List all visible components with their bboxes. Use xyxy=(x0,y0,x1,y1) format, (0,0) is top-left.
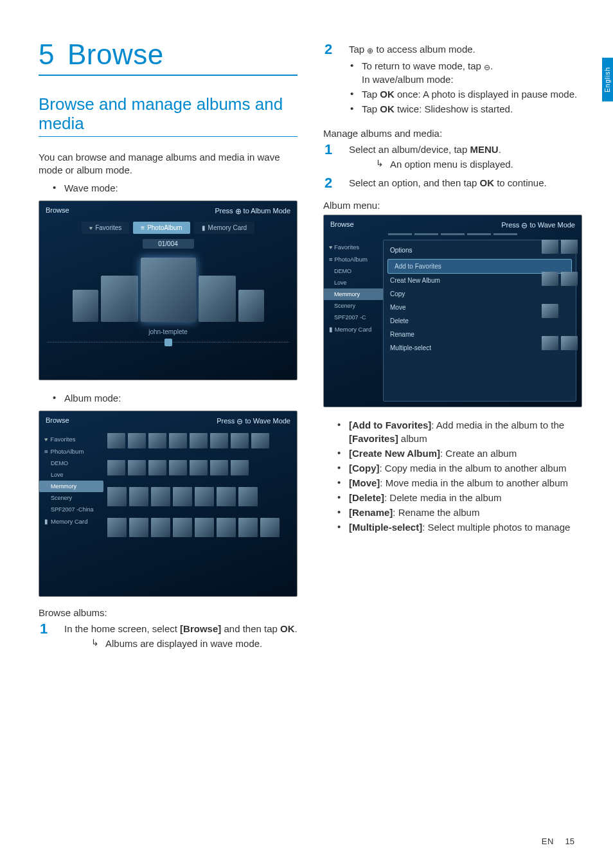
left-column: 5Browse Browse and manage albums and med… xyxy=(39,39,298,657)
right-column: 2 Tap ⊕ to access album mode. To return … xyxy=(323,39,582,657)
def-delete: [Delete]: Delete media in the album xyxy=(349,490,582,505)
tab-photoalbum: ≡PhotoAlbum xyxy=(133,222,190,234)
ss-title: Browse xyxy=(46,206,69,215)
thumbnail-grid xyxy=(103,429,297,596)
heart-icon: ♥ xyxy=(44,436,48,443)
step-1: 1 In the home screen, select [Browse] an… xyxy=(39,622,298,650)
card-icon: ▮ xyxy=(329,326,333,333)
card-icon: ▮ xyxy=(202,224,206,231)
section-title: Browse and manage albums and media xyxy=(39,95,298,137)
sidebar-memmory: Memmory xyxy=(39,481,103,492)
list-icon: ≡ xyxy=(329,256,333,263)
album-menu-head: Album menu: xyxy=(323,200,582,211)
sidebar-love: Love xyxy=(39,469,103,481)
right-thumbs xyxy=(542,240,578,350)
album-sidebar: ♥Favorites ≡PhotoAlbum DEMO Love Memmory… xyxy=(39,429,103,596)
thumb-focused xyxy=(141,258,196,322)
def-multiselect: [Multiple-select]: Select multiple photo… xyxy=(349,520,582,535)
photo-caption: john-templete xyxy=(39,328,297,335)
ss-title: Browse xyxy=(46,416,69,425)
manage-head: Manage albums and media: xyxy=(323,128,582,139)
sidebar-spf: SPF2007 -China xyxy=(39,504,103,515)
ss-hint: Press ⊖ to Wave Mode xyxy=(501,220,575,229)
def-copy: [Copy]: Copy media in the album to anoth… xyxy=(349,461,582,475)
ss-hint: Press ⊖ to Wave Mode xyxy=(217,416,290,425)
sidebar-favorites: ♥ Favorites xyxy=(324,241,383,253)
ss-title: Browse xyxy=(330,220,354,229)
step-1-result: Albums are displayed in wave mode. xyxy=(64,637,298,650)
def-move: [Move]: Move media in the album to anoth… xyxy=(349,475,582,490)
album-menu-screenshot: Browse Press ⊖ to Wave Mode ♥ Favorites … xyxy=(323,215,582,407)
chapter-name: Browse xyxy=(67,39,164,70)
language-tab: English xyxy=(602,58,613,102)
step-number: 1 xyxy=(40,619,48,639)
thumb xyxy=(73,290,98,322)
sidebar-love: Love xyxy=(324,277,383,288)
filmstrip xyxy=(39,258,297,322)
sidebar-scenery: Scenery xyxy=(324,300,383,312)
intro-text: You can browse and manage albums and med… xyxy=(39,151,298,177)
def-rename: [Rename]: Rename the album xyxy=(349,505,582,520)
sidebar-memorycard: ▮ Memory Card xyxy=(324,323,383,335)
position-bar xyxy=(47,342,289,351)
zoom-out-icon: ⊖ xyxy=(484,63,490,72)
list-icon: ≡ xyxy=(44,448,48,455)
sidebar-memmory: Memmory xyxy=(324,288,383,300)
tab-memorycard: ▮Memory Card xyxy=(194,222,255,234)
footer-lang: EN xyxy=(542,837,554,846)
step-number: 2 xyxy=(324,40,332,60)
manage-step-2: 2 Select an option, and then tap OK to c… xyxy=(323,176,582,190)
zoom-out-icon: ⊖ xyxy=(521,221,528,230)
wave-mode-screenshot: Browse Press ⊕ to Album Mode ♥Favorites … xyxy=(39,200,298,380)
footer-page: 15 xyxy=(565,837,574,846)
thumb xyxy=(199,276,236,322)
card-icon: ▮ xyxy=(44,518,48,525)
step2-sub1: To return to wave mode, tap ⊖. In wave/a… xyxy=(362,58,582,87)
browse-albums-head: Browse albums: xyxy=(39,607,298,618)
zoom-in-icon: ⊕ xyxy=(235,207,242,216)
chapter-number: 5 xyxy=(39,39,55,70)
album-mode-screenshot: Browse Press ⊖ to Wave Mode ♥Favorites ≡… xyxy=(39,411,298,597)
step2-note: In wave/album mode: xyxy=(362,73,582,86)
sidebar-demo: DEMO xyxy=(324,265,383,277)
sidebar-photoalbum: ≡ PhotoAlbum xyxy=(324,253,383,265)
def-addfav: [Add to Favorites]: Add media in the alb… xyxy=(349,418,582,446)
step-2: 2 Tap ⊕ to access album mode. To return … xyxy=(323,42,582,116)
step2-sub3: Tap OK twice: Slideshow is started. xyxy=(362,102,582,116)
sidebar-scenery: Scenery xyxy=(39,492,103,504)
photo-counter: 01/004 xyxy=(143,239,194,249)
sidebar-demo: DEMO xyxy=(39,457,103,469)
step-number: 1 xyxy=(324,140,332,160)
tab-favorites: ♥Favorites xyxy=(82,222,129,234)
sidebar-spf: SPF2007 -C xyxy=(324,312,383,323)
album-mode-label: Album mode: xyxy=(64,391,298,405)
page-footer: EN 15 xyxy=(542,837,574,846)
manage-step-1-result: An option menu is displayed. xyxy=(349,157,582,171)
step-number: 2 xyxy=(324,173,332,193)
zoom-in-icon: ⊕ xyxy=(367,46,373,55)
sidebar-favorites: ♥Favorites xyxy=(39,433,103,445)
def-create: [Create New Album]: Create an album xyxy=(349,446,582,461)
ss-hint: Press ⊕ to Album Mode xyxy=(215,206,290,215)
heart-icon: ♥ xyxy=(329,244,332,251)
thumb xyxy=(101,276,138,322)
chapter-title: 5Browse xyxy=(39,39,298,76)
thumb xyxy=(238,290,264,322)
heart-icon: ♥ xyxy=(89,225,93,231)
position-marker xyxy=(164,339,172,346)
zoom-out-icon: ⊖ xyxy=(236,417,243,426)
manage-step-1: 1 Select an album/device, tap MENU. An o… xyxy=(323,143,582,171)
sidebar-memorycard: ▮Memory Card xyxy=(39,515,103,527)
sidebar-photoalbum: ≡PhotoAlbum xyxy=(39,445,103,457)
menu-sidebar: ♥ Favorites ≡ PhotoAlbum DEMO Love Memmo… xyxy=(324,237,383,407)
wave-mode-label: Wave mode: xyxy=(64,181,298,195)
list-icon: ≡ xyxy=(141,224,145,231)
step2-sub2: Tap OK once: A photo is displayed in pau… xyxy=(362,87,582,102)
